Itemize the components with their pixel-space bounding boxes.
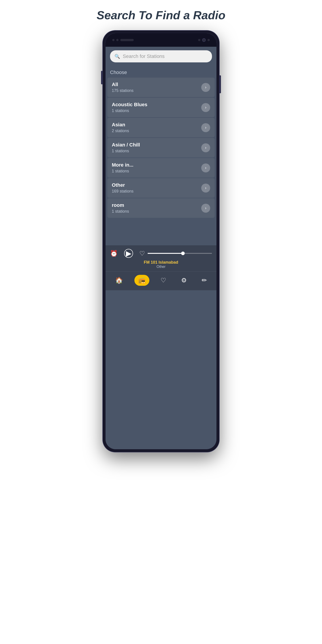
choose-label: Choose (106, 66, 216, 78)
app-screen: 🔍 Search for Stations Choose All 175 sta… (106, 47, 216, 449)
category-info-2: Asian 2 stations (112, 122, 129, 133)
category-name-2: Asian (112, 122, 129, 128)
category-item-6[interactable]: room 1 stations › (107, 198, 215, 218)
settings-icon: ⚙ (181, 276, 187, 284)
category-count-0: 175 stations (112, 88, 134, 93)
chevron-circle-2: › (201, 123, 210, 132)
progress-fill (148, 253, 183, 254)
category-info-5: Other 169 stations (112, 182, 134, 194)
nav-review[interactable]: ✏ (198, 275, 210, 286)
camera-area (112, 39, 134, 41)
heart-icon[interactable]: ♡ (139, 250, 145, 257)
category-item-4[interactable]: More in... 1 stations › (107, 158, 215, 178)
camera-dot-2 (116, 39, 118, 41)
now-playing-bar: ⏰ ▶ ♡ FM 101 Islamabad Other (106, 245, 216, 272)
nav-favorites[interactable]: ♡ (157, 275, 170, 286)
category-count-3: 1 stations (112, 149, 140, 154)
search-icon: 🔍 (114, 54, 120, 59)
camera-dot-1 (112, 39, 114, 41)
phone-wrapper: 🔍 Search for Stations Choose All 175 sta… (103, 31, 219, 452)
empty-space (106, 218, 216, 245)
category-count-1: 1 stations (112, 108, 147, 113)
alarm-icon[interactable]: ⏰ (110, 250, 118, 257)
category-info-1: Acoustic Blues 1 stations (112, 102, 147, 113)
category-name-0: All (112, 82, 134, 88)
progress-row: ⏰ ▶ ♡ (110, 249, 212, 258)
category-name-1: Acoustic Blues (112, 102, 147, 108)
category-name-3: Asian / Chill (112, 142, 140, 148)
play-icon[interactable]: ▶ (124, 249, 133, 258)
nav-radio[interactable]: 📻 (134, 275, 149, 286)
right-sensors (198, 38, 210, 42)
phone-screen: 🔍 Search for Stations Choose All 175 sta… (106, 33, 216, 449)
category-item-3[interactable]: Asian / Chill 1 stations › (107, 138, 215, 158)
search-section: 🔍 Search for Stations (106, 47, 216, 66)
categories-list: All 175 stations › Acoustic Blues 1 stat… (106, 78, 216, 218)
station-name: FM 101 Islamabad (110, 260, 212, 265)
station-genre: Other (110, 265, 212, 269)
category-item-5[interactable]: Other 169 stations › (107, 178, 215, 198)
front-camera (202, 38, 206, 42)
search-placeholder[interactable]: Search for Stations (123, 54, 208, 59)
nav-settings[interactable]: ⚙ (178, 275, 190, 286)
chevron-circle-3: › (201, 143, 210, 152)
category-count-4: 1 stations (112, 169, 134, 174)
category-info-6: room 1 stations (112, 202, 129, 214)
progress-thumb (181, 252, 185, 255)
category-info-4: More in... 1 stations (112, 162, 134, 174)
category-item-2[interactable]: Asian 2 stations › (107, 118, 215, 137)
category-info-3: Asian / Chill 1 stations (112, 142, 140, 154)
sensor-dot (198, 39, 200, 41)
favorites-icon: ♡ (160, 276, 166, 284)
chevron-circle-6: › (201, 204, 210, 213)
category-name-4: More in... (112, 162, 134, 168)
chevron-circle-5: › (201, 184, 210, 192)
chevron-circle-1: › (201, 103, 210, 112)
category-info-0: All 175 stations (112, 82, 134, 93)
progress-track[interactable] (148, 253, 212, 254)
category-item-1[interactable]: Acoustic Blues 1 stations › (107, 98, 215, 117)
phone-top-bar (106, 33, 216, 47)
flash-dot (208, 39, 210, 41)
search-bar[interactable]: 🔍 Search for Stations (110, 50, 212, 62)
category-count-5: 169 stations (112, 189, 134, 194)
home-icon: 🏠 (115, 276, 123, 284)
nav-home[interactable]: 🏠 (112, 275, 126, 286)
chevron-circle-0: › (201, 83, 210, 92)
category-count-2: 2 stations (112, 128, 129, 133)
radio-icon: 📻 (138, 276, 146, 284)
category-count-6: 1 stations (112, 209, 129, 214)
player-controls: ⏰ ▶ ♡ (110, 249, 145, 258)
page-title: Search To Find a Radio (96, 9, 226, 22)
phone-frame: 🔍 Search for Stations Choose All 175 sta… (103, 31, 219, 452)
category-name-5: Other (112, 182, 134, 188)
speaker-pill (120, 39, 134, 41)
station-info: FM 101 Islamabad Other (110, 260, 212, 269)
category-name-6: room (112, 202, 129, 208)
category-item-0[interactable]: All 175 stations › (107, 78, 215, 97)
bottom-nav: 🏠 📻 ♡ ⚙ ✏ (106, 272, 216, 290)
review-icon: ✏ (202, 276, 207, 284)
chevron-circle-4: › (201, 164, 210, 172)
